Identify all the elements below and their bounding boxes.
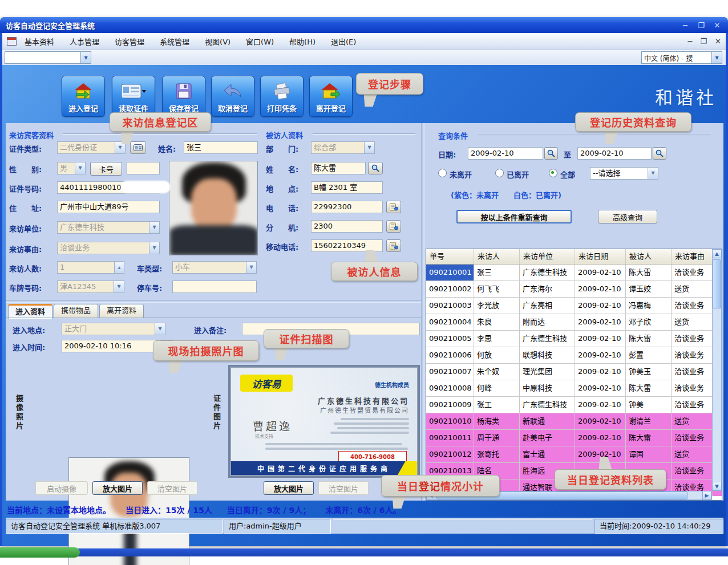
visited-name-search-button[interactable] (368, 162, 383, 174)
chevron-down-icon[interactable]: ▼ (149, 222, 159, 233)
radio-circle-icon[interactable] (438, 169, 447, 177)
cell-reason[interactable]: 洽谈业务 (672, 364, 713, 380)
cell-visited[interactable]: 陈大雷 (626, 265, 672, 281)
parking-field[interactable] (172, 281, 257, 293)
chevron-down-icon[interactable]: ▼ (114, 281, 124, 292)
cell-reason[interactable]: 洽谈业务 (672, 397, 713, 413)
cell-company[interactable]: 新联通 (520, 413, 575, 430)
table-row[interactable]: 090210008何峰中原科技2009-02-10陈大雷洽谈业务 (426, 380, 722, 397)
chevron-down-icon[interactable]: ▼ (246, 262, 256, 273)
cell-visitor[interactable]: 张三 (474, 265, 520, 281)
tab-carried-items[interactable]: 携带物品 (54, 304, 98, 318)
entry-time-field[interactable]: 2009-02-10 10:16 (62, 340, 157, 352)
cell-visited[interactable]: 陈大雷 (626, 430, 672, 446)
entry-place-combo[interactable]: 正大门▼ (62, 323, 165, 335)
cell-date[interactable]: 2009-02-10 (575, 347, 626, 364)
table-row[interactable]: 090210009张工广东德生科技2009-02-10钟美洽谈业务 (426, 397, 722, 413)
cell-company[interactable]: 广东海尔 (520, 281, 575, 298)
cell-id[interactable]: 090210002 (426, 281, 474, 298)
cell-date[interactable]: 2009-02-10 (575, 380, 626, 397)
child-restore-button[interactable]: ❐ (700, 37, 707, 46)
table-row[interactable]: 090210012张寄托富士通2009-02-10谭国送货 (426, 446, 722, 463)
cell-id[interactable]: 090210005 (426, 331, 474, 347)
radio-not-left[interactable]: 未离开 (438, 169, 472, 180)
ext-dial-button[interactable] (386, 220, 401, 233)
chevron-down-icon[interactable]: ▼ (155, 323, 165, 335)
dept-combo[interactable]: 综合部▼ (311, 141, 375, 154)
mobile-dial-button[interactable] (386, 239, 401, 252)
read-id-button[interactable]: 读取证件 (112, 76, 155, 117)
cell-visited[interactable]: 谭玉姣 (626, 281, 672, 298)
table-row[interactable]: 090210001张三广东德生科技2009-02-10陈大雷洽谈业务 (426, 265, 722, 281)
phone-field[interactable]: 22992300 (311, 201, 383, 213)
cell-visited[interactable]: 冯惠梅 (626, 298, 672, 314)
chevron-down-icon[interactable]: ▼ (115, 142, 125, 153)
column-header[interactable]: 被访人 (626, 249, 672, 264)
cell-reason[interactable]: 送货 (672, 281, 713, 298)
cell-id[interactable]: 090210008 (426, 380, 474, 397)
column-header[interactable]: 来访日期 (575, 249, 626, 264)
table-row[interactable]: 090210004朱良附而达2009-02-10邓子欣送货 (426, 314, 722, 331)
chevron-down-icon[interactable]: ▼ (364, 142, 374, 153)
cell-visited[interactable]: 钟美 (626, 397, 672, 413)
cell-company[interactable]: 富士通 (520, 446, 575, 463)
cell-reason[interactable]: 洽谈业务 (672, 430, 713, 446)
print-receipt-button[interactable]: 打印凭条 (260, 76, 304, 117)
cell-id[interactable]: 090210006 (426, 347, 474, 364)
cell-reason[interactable]: 洽谈业务 (672, 265, 713, 281)
gender-combo[interactable]: 男▼ (57, 162, 86, 174)
cell-date[interactable]: 2009-02-10 (575, 430, 626, 446)
table-row[interactable]: 090210011周于通赴美电子2009-02-10陈大雷洽谈业务 (426, 430, 722, 446)
menu-item-view[interactable]: 视图(V) (205, 36, 230, 47)
start-button-peek[interactable] (0, 547, 80, 558)
menu-item-visitor[interactable]: 访客管理 (115, 36, 144, 47)
quick-search-combo[interactable]: ▼ (5, 51, 91, 64)
menu-item-window[interactable]: 窗口(W) (246, 36, 274, 47)
leave-registration-button[interactable]: 离开登记 (309, 76, 353, 117)
clear-photo-button[interactable]: 清空图片 (147, 481, 197, 495)
chevron-down-icon[interactable]: ▼ (711, 52, 722, 63)
radio-selected-icon[interactable] (549, 169, 557, 177)
id-type-combo[interactable]: 二代身份证▼ (57, 141, 126, 154)
table-row[interactable]: 090210005李思广东德生科技2009-02-10陈大雷洽谈业务 (426, 331, 722, 347)
cell-date[interactable]: 2009-02-10 (575, 314, 626, 331)
cell-visitor[interactable]: 张寄托 (474, 446, 520, 463)
cell-id[interactable]: 090210003 (426, 298, 474, 314)
cell-reason[interactable]: 洽谈业务 (672, 298, 713, 314)
cell-date[interactable]: 2009-02-10 (575, 413, 626, 430)
table-row[interactable]: 090210010杨海类新联通2009-02-10谢清兰送货 (426, 413, 722, 430)
tab-leave-info[interactable]: 离开资料 (99, 304, 144, 318)
column-header[interactable]: 单号 (426, 249, 474, 264)
cell-id[interactable]: 090210010 (426, 413, 474, 430)
cell-visitor[interactable]: 杨海类 (474, 413, 520, 430)
cell-visitor[interactable]: 李光放 (474, 298, 520, 314)
cell-reason[interactable]: 送货 (672, 446, 713, 463)
visit-reason-combo[interactable]: 洽谈业务▼ (57, 242, 160, 254)
cell-date[interactable]: 2009-02-10 (575, 397, 626, 413)
scroll-up-icon[interactable]: ▲ (712, 249, 722, 258)
cell-visited[interactable]: 钟美玉 (626, 364, 672, 380)
cell-visited[interactable]: 陈大雷 (626, 380, 672, 397)
enlarge-photo-button[interactable]: 放大图片 (92, 481, 143, 495)
child-close-button[interactable]: ✕ (715, 37, 721, 46)
ext-field[interactable]: 2300 (311, 220, 383, 233)
cell-company[interactable]: 中原科技 (520, 380, 575, 397)
cell-visitor[interactable]: 李思 (474, 331, 520, 347)
column-header[interactable]: 来访单位 (520, 249, 575, 264)
advanced-query-button[interactable]: 高级查询 (598, 210, 657, 223)
cell-id[interactable]: 090210007 (426, 364, 474, 380)
scroll-down-icon[interactable]: ▼ (712, 482, 722, 491)
child-minimize-button[interactable]: ─ (688, 37, 693, 46)
card-reader-button[interactable] (130, 141, 146, 154)
cell-id[interactable]: 090210001 (426, 265, 474, 281)
column-header[interactable]: 来访人 (474, 249, 520, 264)
vscroll-thumb[interactable] (713, 259, 721, 308)
cell-company[interactable]: 赴美电子 (520, 430, 575, 446)
requery-button[interactable]: 按以上条件重新查询 (456, 210, 572, 223)
cell-visitor[interactable]: 朱个奴 (474, 364, 520, 380)
menu-item-exit[interactable]: 退出(E) (331, 36, 356, 47)
cell-reason[interactable]: 洽谈业务 (672, 331, 713, 347)
cell-visitor[interactable]: 何飞飞 (474, 281, 520, 298)
date-to-picker-button[interactable] (653, 147, 666, 160)
language-selector[interactable]: 中文 (简体) - 搜 ▼ (641, 51, 722, 64)
